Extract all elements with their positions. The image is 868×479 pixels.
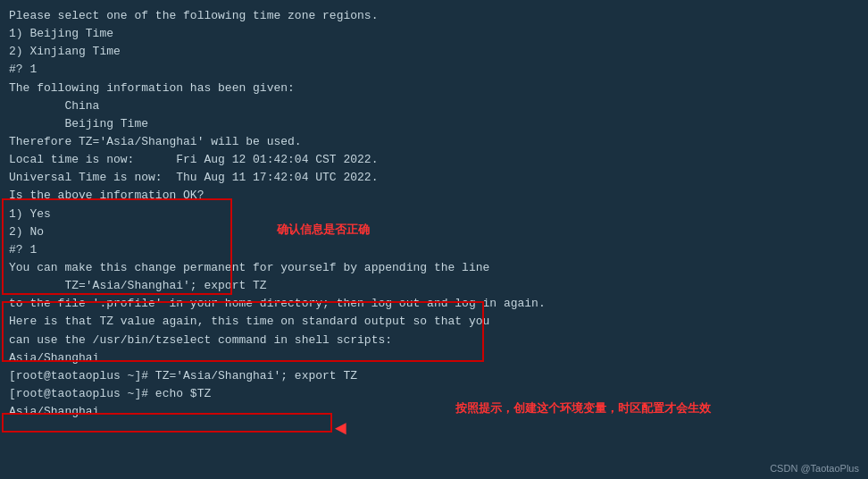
terminal-line-27: [root@taotaoplus ~]# echo $TZ [9,385,859,403]
terminal-line-8: China [9,97,859,115]
terminal-line-24: can use the /usr/bin/tzselect command in… [9,332,859,349]
terminal-line-15: 1) Yes [9,206,859,223]
terminal-line-26: [root@taotaoplus ~]# TZ='Asia/Shanghai';… [9,367,859,385]
watermark: CSDN @TaotaoPlus [770,463,859,474]
terminal-line-9: Beijing Time [9,115,859,133]
terminal-line-13: Universal Time is now: Thu Aug 11 17:42:… [9,169,859,187]
terminal-line-3: 2) Xinjiang Time [9,43,859,61]
terminal-line-11: Therefore TZ='Asia/Shanghai' will be use… [9,133,859,151]
terminal-line-4: #? 1 [9,61,859,79]
annotation-tz-label: 按照提示，创建这个环境变量，时区配置才会生效 [455,400,711,416]
arrow-tz-icon: ◄ [335,418,346,441]
terminal-line-20: TZ='Asia/Shanghai'; export TZ [9,277,859,295]
terminal-line-1: Please select one of the following time … [9,7,859,25]
terminal-line-17: #? 1 [9,241,859,259]
terminal-line-14: Is the above information OK? [9,187,859,205]
terminal-window: Please select one of the following time … [0,0,868,428]
annotation-confirm-label: 确认信息是否正确 [277,222,370,238]
terminal-line-25: Asia/Shanghai [9,349,859,367]
terminal-line-21: to the file '.profile' in your home dire… [9,295,859,313]
terminal-line-23: Here is that TZ value again, this time o… [9,313,859,331]
terminal-line-19: You can make this change permanent for y… [9,259,859,277]
terminal-line-12: Local time is now: Fri Aug 12 01:42:04 C… [9,151,859,169]
terminal-line-6: The following information has been given… [9,80,859,97]
terminal-line-2: 1) Beijing Time [9,25,859,43]
terminal-line-16: 2) No [9,223,859,241]
terminal-line-28: Asia/Shanghai [9,403,859,421]
